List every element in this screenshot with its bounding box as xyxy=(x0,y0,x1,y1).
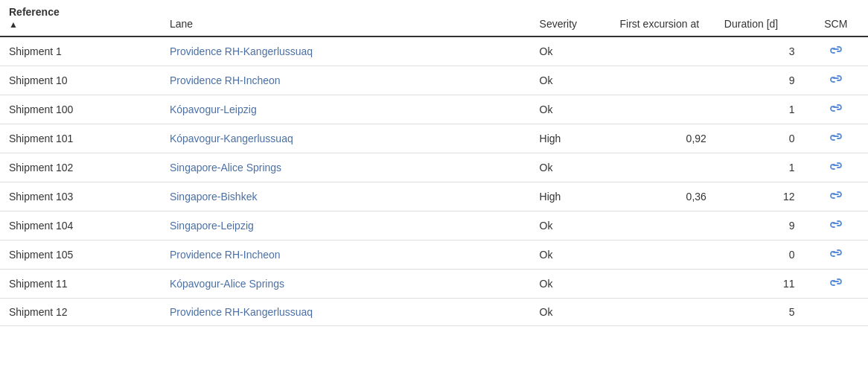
scm-header-label: SCM xyxy=(824,18,847,30)
cell-first-excursion xyxy=(611,66,715,95)
cell-duration: 0 xyxy=(715,241,804,270)
cell-severity: Ok xyxy=(531,241,611,270)
cell-duration: 0 xyxy=(715,124,804,153)
scm-link-icon[interactable] xyxy=(829,248,843,261)
column-header-lane[interactable]: Lane xyxy=(161,0,531,36)
scm-link-icon[interactable] xyxy=(829,277,843,290)
cell-scm[interactable] xyxy=(804,182,868,211)
cell-lane: Singapore-Alice Springs xyxy=(161,153,531,182)
scm-link-icon[interactable] xyxy=(829,74,843,86)
cell-first-excursion xyxy=(611,95,715,124)
cell-severity: High xyxy=(531,124,611,153)
shipment-table-container: Reference ▲ Lane Severity First excursio… xyxy=(0,0,868,326)
table-row: Shipment 103Singapore-BishkekHigh0,3612 xyxy=(0,182,868,211)
cell-first-excursion: 0,36 xyxy=(611,182,715,211)
table-row: Shipment 100Kópavogur-LeipzigOk1 xyxy=(0,95,868,124)
column-header-severity[interactable]: Severity xyxy=(531,0,611,36)
table-row: Shipment 104Singapore-LeipzigOk9 xyxy=(0,211,868,241)
table-row: Shipment 10Providence RH-IncheonOk9 xyxy=(0,66,868,95)
cell-scm[interactable] xyxy=(804,153,868,182)
lane-header-label: Lane xyxy=(170,18,193,30)
column-header-reference[interactable]: Reference ▲ xyxy=(0,0,161,36)
cell-lane: Singapore-Leipzig xyxy=(161,211,531,241)
cell-lane: Providence RH-Incheon xyxy=(161,241,531,270)
cell-first-excursion xyxy=(611,299,715,326)
table-row: Shipment 101Kópavogur-KangerlussuaqHigh0… xyxy=(0,124,868,153)
cell-lane: Providence RH-Incheon xyxy=(161,66,531,95)
cell-first-excursion xyxy=(611,36,715,66)
sort-arrow-icon: ▲ xyxy=(9,19,18,30)
first-excursion-header-label: First excursion at xyxy=(620,18,700,30)
cell-scm[interactable] xyxy=(804,270,868,299)
cell-severity: Ok xyxy=(531,299,611,326)
scm-link-icon[interactable] xyxy=(829,103,843,115)
column-header-duration[interactable]: Duration [d] xyxy=(715,0,804,36)
cell-duration: 9 xyxy=(715,211,804,241)
cell-duration: 12 xyxy=(715,182,804,211)
cell-first-excursion xyxy=(611,270,715,299)
cell-severity: Ok xyxy=(531,153,611,182)
cell-severity: Ok xyxy=(531,270,611,299)
scm-link-icon[interactable] xyxy=(829,132,843,144)
cell-severity: Ok xyxy=(531,211,611,241)
cell-severity: Ok xyxy=(531,36,611,66)
cell-scm[interactable] xyxy=(804,124,868,153)
cell-lane: Singapore-Bishkek xyxy=(161,182,531,211)
cell-lane: Kópavogur-Leipzig xyxy=(161,95,531,124)
cell-lane: Kópavogur-Kangerlussuaq xyxy=(161,124,531,153)
cell-scm[interactable] xyxy=(804,211,868,241)
table-row: Shipment 102Singapore-Alice SpringsOk1 xyxy=(0,153,868,182)
table-body: Shipment 1Providence RH-KangerlussuaqOk3… xyxy=(0,36,868,326)
cell-severity: High xyxy=(531,182,611,211)
cell-reference: Shipment 12 xyxy=(0,299,161,326)
cell-first-excursion: 0,92 xyxy=(611,124,715,153)
cell-reference: Shipment 101 xyxy=(0,124,161,153)
scm-link-icon[interactable] xyxy=(829,190,843,203)
cell-severity: Ok xyxy=(531,66,611,95)
table-row: Shipment 12Providence RH-KangerlussuaqOk… xyxy=(0,299,868,326)
cell-scm[interactable] xyxy=(804,36,868,66)
cell-severity: Ok xyxy=(531,95,611,124)
cell-duration: 5 xyxy=(715,299,804,326)
table-row: Shipment 105Providence RH-IncheonOk0 xyxy=(0,241,868,270)
table-row: Shipment 11Kópavogur-Alice SpringsOk11 xyxy=(0,270,868,299)
scm-link-icon[interactable] xyxy=(829,219,843,232)
cell-duration: 9 xyxy=(715,66,804,95)
table-row: Shipment 1Providence RH-KangerlussuaqOk3 xyxy=(0,36,868,66)
shipment-table: Reference ▲ Lane Severity First excursio… xyxy=(0,0,868,326)
column-header-scm[interactable]: SCM xyxy=(804,0,868,36)
column-header-first-excursion[interactable]: First excursion at xyxy=(611,0,715,36)
cell-reference: Shipment 11 xyxy=(0,270,161,299)
table-header-row: Reference ▲ Lane Severity First excursio… xyxy=(0,0,868,36)
cell-duration: 1 xyxy=(715,153,804,182)
cell-duration: 11 xyxy=(715,270,804,299)
cell-reference: Shipment 104 xyxy=(0,211,161,241)
cell-reference: Shipment 10 xyxy=(0,66,161,95)
cell-reference: Shipment 105 xyxy=(0,241,161,270)
cell-first-excursion xyxy=(611,153,715,182)
scm-link-icon[interactable] xyxy=(829,161,843,174)
cell-lane: Providence RH-Kangerlussuaq xyxy=(161,36,531,66)
cell-lane: Kópavogur-Alice Springs xyxy=(161,270,531,299)
cell-scm[interactable] xyxy=(804,66,868,95)
cell-scm[interactable] xyxy=(804,95,868,124)
cell-reference: Shipment 1 xyxy=(0,36,161,66)
cell-scm xyxy=(804,299,868,326)
cell-lane: Providence RH-Kangerlussuaq xyxy=(161,299,531,326)
cell-scm[interactable] xyxy=(804,241,868,270)
cell-reference: Shipment 100 xyxy=(0,95,161,124)
scm-link-icon[interactable] xyxy=(829,45,843,57)
cell-reference: Shipment 103 xyxy=(0,182,161,211)
cell-first-excursion xyxy=(611,241,715,270)
severity-header-label: Severity xyxy=(540,18,578,30)
duration-header-label: Duration [d] xyxy=(724,18,778,30)
reference-header-label: Reference xyxy=(9,6,152,18)
cell-duration: 3 xyxy=(715,36,804,66)
cell-first-excursion xyxy=(611,211,715,241)
cell-duration: 1 xyxy=(715,95,804,124)
cell-reference: Shipment 102 xyxy=(0,153,161,182)
